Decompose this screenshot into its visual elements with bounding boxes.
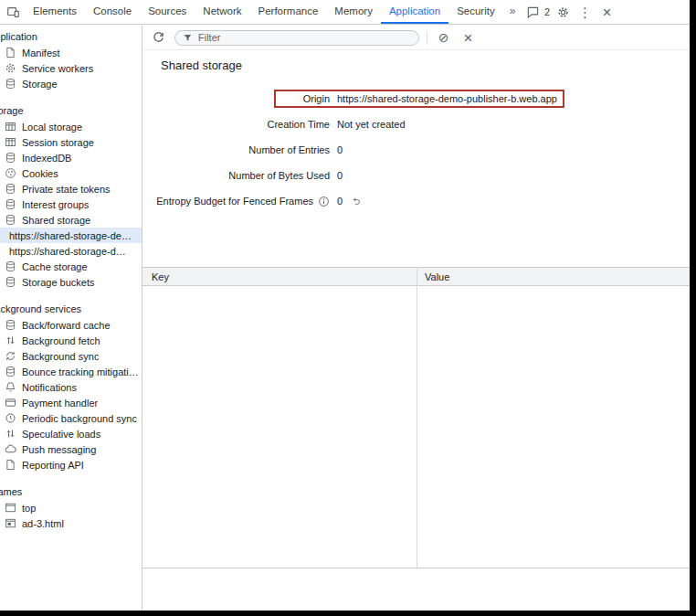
database-icon xyxy=(5,183,16,195)
sidebar-item-label: Bounce tracking mitigations xyxy=(22,366,142,377)
sidebar-item-reporting-api[interactable]: Reporting API xyxy=(0,457,142,473)
sidebar-item-label: Session storage xyxy=(22,137,94,148)
sidebar-item-indexeddb[interactable]: IndexedDB xyxy=(0,150,142,165)
tab-security[interactable]: Security xyxy=(448,0,503,24)
tab-performance[interactable]: Performance xyxy=(250,0,327,24)
card-icon xyxy=(5,397,16,409)
sidebar-item-local-storage[interactable]: Local storage xyxy=(0,119,142,134)
field-row-entropy-budget: Entropy Budget for Fenced Frames 0 xyxy=(142,188,690,214)
sidebar-item-background-fetch[interactable]: Background fetch xyxy=(0,333,142,348)
undo-icon[interactable] xyxy=(351,196,362,207)
sidebar-item-label: Periodic background sync xyxy=(22,413,137,424)
field-label: Creation Time xyxy=(152,119,330,130)
sidebar-item-back-forward-cache[interactable]: Back/forward cache xyxy=(0,317,142,333)
column-header-value: Value xyxy=(417,271,449,282)
sidebar-item-label: Cookies xyxy=(22,168,58,179)
table-icon xyxy=(5,121,16,133)
sidebar-item-cookies[interactable]: Cookies xyxy=(0,165,142,181)
sidebar-item-background-sync[interactable]: Background sync xyxy=(0,348,142,364)
info-icon xyxy=(318,196,330,207)
sidebar-item-private-state-tokens[interactable]: Private state tokens xyxy=(0,181,142,196)
sidebar-item-notifications[interactable]: Notifications xyxy=(0,379,142,395)
cloud-icon xyxy=(5,443,16,455)
application-sidebar: Application Manifest Service workers Sto… xyxy=(0,26,142,611)
sidebar-item-speculative-loads[interactable]: Speculative loads xyxy=(0,426,142,441)
sidebar-item-shared-storage-origin-b[interactable]: https://shared-storage-demo-publisher-b.… xyxy=(0,228,142,243)
tab-console[interactable]: Console xyxy=(85,0,140,24)
more-tabs-button[interactable]: » xyxy=(503,0,522,24)
refresh-icon[interactable] xyxy=(150,29,167,47)
tab-memory[interactable]: Memory xyxy=(326,0,381,24)
frame-icon xyxy=(5,502,16,514)
filter-input[interactable] xyxy=(198,32,411,43)
document-icon xyxy=(5,459,16,471)
tab-elements[interactable]: Elements xyxy=(25,0,85,24)
clear-all-icon[interactable]: ⊘ xyxy=(435,29,452,47)
shared-storage-panel: ⊘ × Shared storage Origin https://shared… xyxy=(142,26,690,611)
sidebar-item-shared-storage[interactable]: Shared storage xyxy=(0,212,142,228)
sidebar-item-label: Service workers xyxy=(22,63,93,74)
sidebar-item-periodic-background-sync[interactable]: Periodic background sync xyxy=(0,410,142,426)
sidebar-item-label: Push messaging xyxy=(22,444,96,455)
field-value: 0 xyxy=(337,170,343,181)
sidebar-item-service-workers[interactable]: Service workers xyxy=(0,60,142,76)
sidebar-item-frame-ad-3[interactable]: ad-3.html xyxy=(0,515,142,531)
filter-box[interactable] xyxy=(174,30,419,46)
bell-icon xyxy=(5,381,16,393)
page-title: Shared storage xyxy=(161,58,690,72)
tab-application[interactable]: Application xyxy=(381,0,448,24)
funnel-icon xyxy=(183,33,193,43)
sidebar-item-label: Reporting API xyxy=(22,460,84,471)
toolbar-separator xyxy=(427,31,427,45)
field-label-text: Entropy Budget for Fenced Frames xyxy=(156,196,313,207)
sidebar-item-label: Manifest xyxy=(22,48,60,58)
field-row-number-of-entries: Number of Entries 0 xyxy=(142,137,690,163)
tabbar-right-controls: 2 ⋮ × xyxy=(524,4,616,21)
database-icon xyxy=(5,276,16,288)
sidebar-item-shared-storage-origin-2[interactable]: https://shared-storage-d… xyxy=(0,243,142,259)
cookie-icon xyxy=(5,167,16,179)
sidebar-item-label: Storage buckets xyxy=(22,277,95,288)
database-icon xyxy=(5,198,16,210)
sidebar-section-frames: Frames xyxy=(0,484,142,500)
sidebar-item-label: Private state tokens xyxy=(22,184,111,195)
console-messages-count: 2 xyxy=(544,6,550,17)
sidebar-item-interest-groups[interactable]: Interest groups xyxy=(0,196,142,212)
sidebar-item-label: https://shared-storage-demo-publisher-b.… xyxy=(9,230,137,241)
gear-icon[interactable] xyxy=(554,4,572,21)
sidebar-item-label: top xyxy=(22,503,36,514)
devtools-window: Elements Console Sources Network Perform… xyxy=(0,0,696,616)
sidebar-item-manifest[interactable]: Manifest xyxy=(0,45,142,60)
sidebar-item-cache-storage[interactable]: Cache storage xyxy=(0,259,142,274)
database-icon xyxy=(5,260,16,272)
delete-selected-icon[interactable]: × xyxy=(459,29,477,47)
service-worker-icon xyxy=(5,62,16,74)
device-toolbar-icon[interactable] xyxy=(5,4,22,21)
sidebar-item-label: Speculative loads xyxy=(22,429,100,440)
field-value-origin: https://shared-storage-demo-publisher-b.… xyxy=(337,93,557,104)
clock-icon xyxy=(5,412,16,424)
document-icon xyxy=(5,47,16,58)
tab-sources[interactable]: Sources xyxy=(140,0,195,24)
database-icon xyxy=(5,319,16,331)
close-devtools-icon[interactable]: × xyxy=(598,4,616,21)
storage-view-toolbar: ⊘ × xyxy=(142,26,690,50)
sidebar-item-bounce-tracking-mitigations[interactable]: Bounce tracking mitigations xyxy=(0,364,142,379)
sidebar-item-label: Local storage xyxy=(22,122,82,133)
sidebar-item-label: Cache storage xyxy=(22,261,88,272)
kebab-menu-icon[interactable]: ⋮ xyxy=(576,4,594,21)
sidebar-section-application: Application xyxy=(0,29,142,45)
sidebar-item-label: Background sync xyxy=(22,351,99,362)
sidebar-item-label: ad-3.html xyxy=(22,518,64,529)
window-edge-bottom xyxy=(0,611,696,616)
sidebar-item-storage[interactable]: Storage xyxy=(0,76,142,91)
arrows-up-down-icon xyxy=(5,428,16,440)
sidebar-item-payment-handler[interactable]: Payment handler xyxy=(0,395,142,410)
sidebar-item-session-storage[interactable]: Session storage xyxy=(0,134,142,150)
console-messages-indicator[interactable]: 2 xyxy=(524,4,550,21)
sidebar-item-push-messaging[interactable]: Push messaging xyxy=(0,441,142,457)
sidebar-item-frame-top[interactable]: top xyxy=(0,500,142,515)
tab-network[interactable]: Network xyxy=(195,0,249,24)
sidebar-item-storage-buckets[interactable]: Storage buckets xyxy=(0,274,142,290)
sidebar-item-label: Back/forward cache xyxy=(22,320,111,331)
